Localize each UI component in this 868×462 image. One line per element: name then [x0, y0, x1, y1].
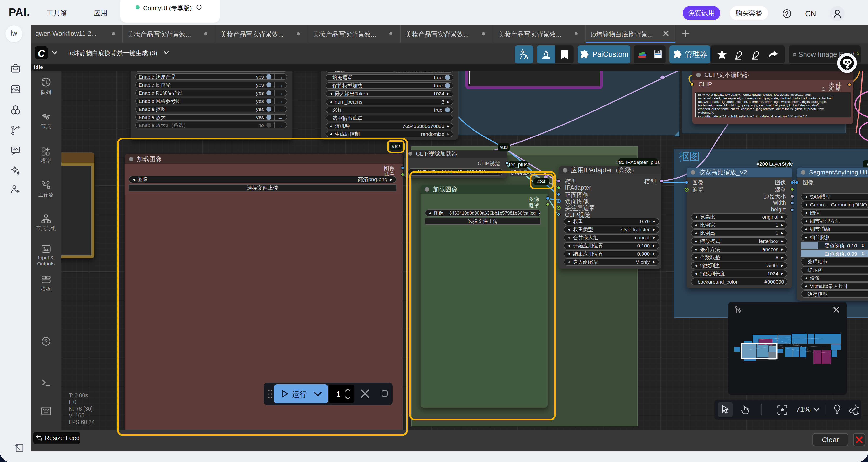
- svg-text:A: A: [524, 54, 528, 60]
